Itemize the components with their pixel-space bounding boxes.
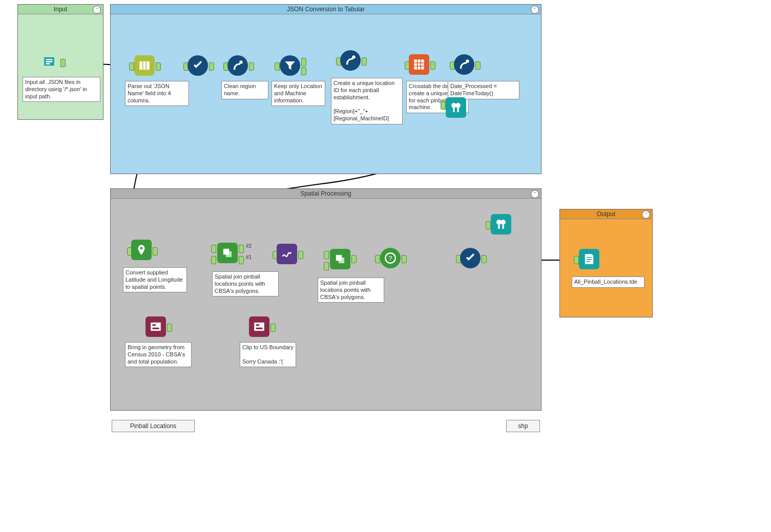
- port-in[interactable]: [211, 245, 216, 253]
- port-out[interactable]: [209, 62, 214, 71]
- svg-rect-12: [498, 225, 499, 229]
- svg-point-5: [455, 103, 461, 108]
- spatial-info-tool[interactable]: ?: [380, 248, 401, 268]
- formula-tool[interactable]: [227, 55, 248, 76]
- svg-text:?: ?: [388, 254, 392, 262]
- port-out[interactable]: [167, 324, 172, 332]
- port-out[interactable]: [482, 255, 487, 263]
- collapse-icon[interactable]: ˄: [93, 6, 101, 14]
- text-to-columns-tool[interactable]: [134, 55, 155, 76]
- port-out[interactable]: [239, 256, 244, 264]
- svg-rect-6: [453, 108, 454, 112]
- port-in[interactable]: [375, 255, 380, 263]
- tab-shp[interactable]: shp: [506, 420, 540, 432]
- crosstab-tool[interactable]: [409, 54, 429, 75]
- container-title-spatial: Spatial Processing ˄: [111, 189, 541, 199]
- collapse-icon[interactable]: ˄: [642, 210, 650, 219]
- spatial-info-icon: ?: [384, 251, 397, 265]
- select-icon: [191, 59, 204, 72]
- annotation-output: All_Pinball_Locations.tde: [572, 276, 644, 288]
- match-label: #1: [246, 254, 252, 260]
- filter-icon: [283, 59, 297, 72]
- spatial-input-icon: [149, 320, 162, 333]
- browse-icon: [494, 218, 508, 231]
- container-title-label: Output: [597, 210, 615, 218]
- svg-rect-3: [414, 59, 424, 70]
- container-title-input: Input ˄: [18, 5, 103, 14]
- collapse-icon[interactable]: ˄: [531, 190, 539, 198]
- filter-tool[interactable]: [280, 55, 300, 76]
- container-title-label: Spatial Processing: [300, 190, 351, 197]
- port-in[interactable]: [574, 256, 579, 264]
- annotation-clean: Clean region name.: [221, 81, 268, 99]
- port-out[interactable]: [156, 62, 161, 71]
- annotation-input: Input all .JSON files in directory using…: [23, 77, 100, 102]
- port-out[interactable]: [430, 61, 435, 70]
- text-to-columns-icon: [138, 59, 151, 72]
- select-tool[interactable]: [460, 248, 481, 268]
- svg-rect-0: [139, 61, 150, 70]
- input-data-tool[interactable]: [39, 51, 59, 72]
- annotation-sj2: Spatial join pinball locations points wi…: [318, 278, 384, 303]
- browse-tool[interactable]: [446, 97, 466, 118]
- port-in[interactable]: [324, 251, 329, 259]
- container-title-output: Output ˄: [560, 209, 652, 219]
- generalize-tool[interactable]: [277, 244, 297, 264]
- port-out[interactable]: [362, 57, 367, 66]
- collapse-icon[interactable]: ˄: [531, 6, 539, 14]
- create-points-icon: [135, 243, 148, 257]
- port-out-true[interactable]: [301, 58, 306, 66]
- svg-point-11: [501, 220, 506, 225]
- port-out[interactable]: [402, 255, 407, 263]
- port-out[interactable]: [60, 59, 66, 67]
- annotation-uniqueid: Create a unique location ID for each pin…: [331, 78, 403, 124]
- port-in[interactable]: [324, 262, 329, 270]
- formula-tool[interactable]: [340, 50, 361, 71]
- annotation-sj1: Spatial join pinball locations points wi…: [212, 271, 279, 296]
- formula-tool[interactable]: [454, 54, 474, 75]
- annotation-parse: Parse out 'JSON Name' field into 4 colum…: [125, 81, 189, 106]
- annotation-date: Date_Processed = DateTimeToday(): [448, 81, 519, 99]
- svg-rect-13: [502, 225, 504, 229]
- workflow-canvas[interactable]: Input ˄ Input all .JSON files in directo…: [0, 0, 771, 532]
- spatial-input-icon: [253, 320, 266, 333]
- annotation-convert: Convert supplied Latitude and Longitude …: [123, 267, 187, 292]
- browse-icon: [449, 101, 463, 114]
- generalize-icon: [280, 247, 294, 261]
- formula-icon: [457, 58, 471, 71]
- spatial-match-icon: [334, 252, 347, 266]
- port-out[interactable]: [239, 245, 244, 253]
- annotation-clip: Clip to US Boundary Sorry Canada :'(: [240, 342, 296, 367]
- input-data-icon: [43, 55, 56, 68]
- spatial-input-tool[interactable]: [145, 316, 166, 337]
- port-out[interactable]: [270, 324, 276, 332]
- port-in[interactable]: [275, 62, 280, 71]
- port-in[interactable]: [129, 62, 134, 71]
- port-in[interactable]: [211, 256, 216, 264]
- port-out[interactable]: [249, 62, 254, 71]
- spatial-input-tool[interactable]: [249, 316, 269, 337]
- formula-icon: [231, 59, 244, 72]
- container-title-label: Input: [54, 6, 68, 13]
- annotation-census: Bring in geometry from Census 2010 - CBS…: [125, 342, 192, 367]
- port-out[interactable]: [475, 61, 481, 70]
- port-out[interactable]: [298, 251, 303, 259]
- port-out-false[interactable]: [301, 67, 306, 75]
- spatial-match-tool[interactable]: [217, 243, 238, 263]
- select-tool[interactable]: [187, 55, 208, 76]
- create-points-tool[interactable]: [131, 240, 152, 260]
- spatial-match-icon: [221, 246, 234, 260]
- container-title-json: JSON Conversion to Tabular ˄: [111, 5, 541, 14]
- port-in[interactable]: [441, 101, 446, 110]
- port-in[interactable]: [486, 221, 491, 229]
- port-out[interactable]: [351, 255, 357, 263]
- annotation-keep: Keep only Location and Machine informati…: [272, 81, 325, 106]
- browse-tool[interactable]: [491, 214, 511, 235]
- crosstab-icon: [412, 58, 426, 71]
- tab-pinball[interactable]: Pinball Locations: [112, 420, 195, 432]
- output-data-icon: [582, 252, 596, 266]
- port-out[interactable]: [153, 247, 158, 256]
- formula-icon: [344, 54, 357, 67]
- output-data-tool[interactable]: [579, 249, 599, 269]
- spatial-match-tool[interactable]: [330, 249, 350, 269]
